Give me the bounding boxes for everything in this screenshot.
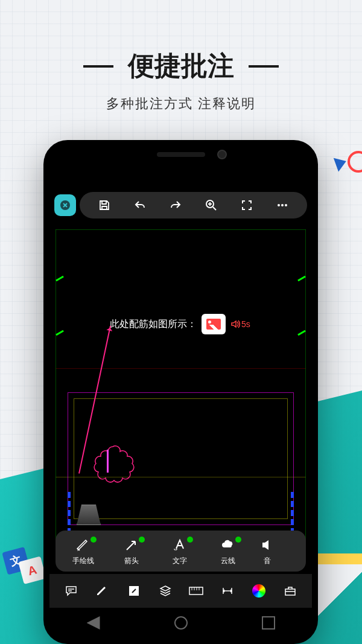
svg-rect-7 — [285, 589, 295, 595]
more-button[interactable] — [275, 198, 290, 212]
undo-button[interactable] — [133, 198, 147, 212]
android-back-button[interactable] — [87, 616, 100, 630]
android-home-button[interactable] — [174, 616, 188, 630]
measure-button[interactable] — [188, 583, 204, 599]
cad-line — [56, 229, 56, 555]
mark — [297, 276, 306, 282]
edit-box-button[interactable] — [126, 583, 142, 599]
dimension-button[interactable] — [220, 583, 235, 599]
status-bar — [49, 171, 312, 187]
tool-label: 音 — [252, 556, 282, 566]
annotation-row: 此处配筋如图所示： 5s — [110, 314, 250, 334]
layers-button[interactable] — [157, 583, 173, 599]
tool-label: 手绘线 — [59, 556, 107, 566]
svg-rect-6 — [189, 587, 203, 595]
color-button[interactable] — [251, 583, 267, 599]
zoom-button[interactable] — [204, 198, 218, 212]
fullscreen-button[interactable] — [240, 198, 254, 212]
mark — [297, 330, 306, 336]
text-cursor — [107, 450, 109, 473]
edit-button[interactable] — [95, 583, 110, 599]
header-title: 便捷批注 — [128, 48, 234, 84]
phone-speaker — [157, 152, 205, 157]
selection-corner[interactable] — [246, 492, 294, 534]
bottom-toolbar — [49, 574, 312, 608]
pencil-icon — [76, 538, 91, 552]
cloud-annotation[interactable] — [86, 441, 140, 489]
cad-line — [56, 368, 306, 369]
comment-button[interactable] — [63, 583, 79, 599]
cloud-icon — [221, 538, 235, 552]
header-line-left — [83, 65, 113, 68]
voice-duration: 5s — [241, 319, 250, 329]
android-nav-bar — [49, 608, 312, 638]
image-icon — [206, 319, 221, 330]
tool-audio[interactable]: 音 — [252, 537, 282, 566]
tool-freehand[interactable]: 手绘线 — [59, 537, 107, 566]
screen: 此处配筋如图所示： 5s 手绘线 箭头 — [49, 171, 312, 638]
svg-point-4 — [285, 204, 287, 206]
redo-button[interactable] — [168, 198, 183, 212]
tool-arrow[interactable]: 箭头 — [107, 537, 156, 566]
mark — [56, 276, 64, 282]
phone-camera — [217, 150, 227, 159]
color-wheel-icon — [252, 584, 265, 598]
text-icon — [173, 538, 187, 552]
tool-label: 云线 — [204, 556, 252, 566]
top-toolbar — [49, 187, 312, 223]
header: 便捷批注 多种批注方式 注释说明 — [0, 0, 362, 113]
tool-label: 箭头 — [107, 556, 156, 566]
tool-cloud[interactable]: 云线 — [204, 537, 252, 566]
speaker-icon — [230, 319, 240, 329]
save-button[interactable] — [97, 198, 112, 212]
android-recent-button[interactable] — [262, 616, 275, 630]
annotation-text[interactable]: 此处配筋如图所示： — [110, 318, 197, 331]
speaker-icon — [261, 538, 273, 552]
toolbox-button[interactable] — [282, 583, 298, 599]
tool-label: 文字 — [156, 556, 204, 566]
header-subtitle: 多种批注方式 注释说明 — [0, 95, 362, 113]
close-button[interactable] — [54, 194, 76, 216]
cad-line — [305, 229, 306, 555]
image-annotation-button[interactable] — [202, 314, 226, 334]
svg-point-3 — [281, 204, 284, 206]
header-line-right — [249, 65, 279, 68]
svg-point-2 — [278, 204, 280, 206]
mark — [56, 330, 64, 336]
close-icon — [60, 200, 71, 211]
phone-frame: 此处配筋如图所示： 5s 手绘线 箭头 — [43, 140, 318, 644]
toolbar-pill — [80, 192, 307, 218]
drawing-canvas[interactable]: 此处配筋如图所示： 5s — [49, 223, 312, 561]
annotation-toolbar: 手绘线 箭头 文字 云线 音 — [56, 531, 306, 572]
cad-line — [56, 229, 306, 230]
arrow-icon — [124, 538, 139, 552]
voice-annotation-button[interactable]: 5s — [230, 319, 250, 329]
tool-text[interactable]: 文字 — [156, 537, 204, 566]
